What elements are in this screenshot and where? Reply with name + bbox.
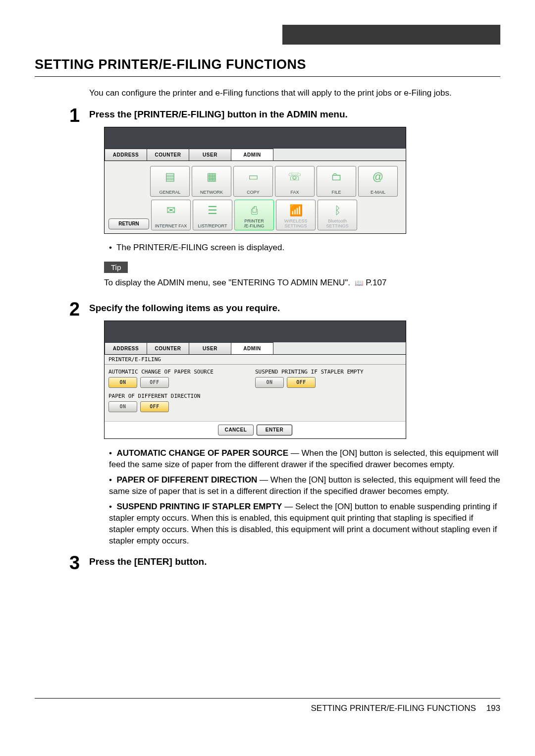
page-number: 193	[486, 703, 500, 713]
step-title: Press the [PRINTER/E-FILING] button in t…	[89, 109, 500, 120]
tab-address[interactable]: ADDRESS	[105, 342, 147, 354]
btn-general[interactable]: ▤GENERAL	[150, 166, 190, 197]
panel-header	[105, 321, 406, 342]
tab-counter[interactable]: COUNTER	[147, 149, 189, 161]
btn-email[interactable]: @E-MAIL	[358, 166, 398, 197]
breadcrumb: PRINTER/E-FILING	[105, 355, 406, 365]
tab-admin[interactable]: ADMIN	[231, 342, 273, 354]
printer-efiling-panel: ADDRESS COUNTER USER ADMIN PRINTER/E-FIL…	[104, 321, 406, 439]
printer-icon: ⎙	[251, 204, 258, 217]
network-icon: ▦	[207, 170, 217, 183]
title-rule	[35, 76, 500, 77]
btn-internet-fax[interactable]: ✉INTERNET FAX	[151, 200, 191, 230]
page-footer: SETTING PRINTER/E-FILING FUNCTIONS 193	[35, 698, 500, 713]
tab-counter[interactable]: COUNTER	[147, 342, 189, 354]
bluetooth-icon: ᛒ	[334, 204, 341, 217]
header-tab-dark	[282, 25, 500, 45]
page-title: SETTING PRINTER/E-FILING FUNCTIONS	[35, 57, 500, 72]
btn-network[interactable]: ▦NETWORK	[192, 166, 231, 197]
btn-fax[interactable]: ☏FAX	[275, 166, 315, 197]
btn-printer-efiling[interactable]: ⎙PRINTER /E-FILING	[234, 200, 274, 230]
desc-diff: • PAPER OF DIFFERENT DIRECTION — When th…	[109, 475, 500, 497]
enter-button[interactable]: ENTER	[257, 425, 292, 435]
label-diff-direction: PAPER OF DIFFERENT DIRECTION	[108, 393, 255, 399]
panel-header	[105, 127, 406, 149]
file-icon: 🗀	[331, 170, 342, 183]
susp-on-button[interactable]: ON	[255, 377, 284, 388]
wireless-icon: 📶	[289, 204, 303, 217]
step-title: Specify the following items as you requi…	[89, 303, 500, 314]
email-icon: @	[373, 170, 383, 183]
step-1: 1 Press the [PRINTER/E-FILING] button in…	[69, 106, 500, 297]
diff-on-button[interactable]: ON	[108, 401, 137, 412]
cancel-button[interactable]: CANCEL	[218, 425, 254, 435]
step-number: 2	[69, 300, 89, 551]
return-button[interactable]: RETURN	[108, 218, 149, 229]
tab-user[interactable]: USER	[189, 149, 231, 161]
copy-icon: ▭	[248, 170, 259, 183]
general-icon: ▤	[165, 170, 175, 183]
desc-susp: • SUSPEND PRINTING IF STAPLER EMPTY — Se…	[109, 501, 500, 547]
tab-address[interactable]: ADDRESS	[105, 149, 147, 161]
list-icon: ☰	[208, 204, 217, 217]
btn-bluetooth[interactable]: ᛒBluetooth SETTINGS	[318, 200, 357, 230]
book-icon: 📖	[355, 279, 363, 287]
auto-on-button[interactable]: ON	[108, 377, 137, 388]
label-auto-change: AUTOMATIC CHANGE OF PAPER SOURCE	[108, 369, 255, 375]
step-3: 3 Press the [ENTER] button.	[69, 553, 500, 574]
btn-copy[interactable]: ▭COPY	[233, 166, 273, 197]
step-2: 2 Specify the following items as you req…	[69, 300, 500, 551]
auto-off-button[interactable]: OFF	[140, 377, 169, 388]
btn-list-report[interactable]: ☰LIST/REPORT	[193, 200, 232, 230]
tab-row: ADDRESS COUNTER USER ADMIN	[105, 342, 406, 355]
step-title: Press the [ENTER] button.	[89, 556, 500, 567]
tab-user[interactable]: USER	[189, 342, 231, 354]
btn-wireless[interactable]: 📶WIRELESS SETTINGS	[276, 200, 316, 230]
admin-menu-panel: ADDRESS COUNTER USER ADMIN ▤GENERAL ▦NET…	[104, 127, 406, 234]
step1-bullet: • The PRINTER/E-FILING screen is display…	[109, 243, 500, 253]
tip-text: To display the ADMIN menu, see "ENTERING…	[104, 278, 500, 288]
susp-off-button[interactable]: OFF	[287, 377, 316, 388]
btn-file[interactable]: 🗀FILE	[317, 166, 356, 197]
tip-label: Tip	[104, 262, 128, 273]
desc-auto: • AUTOMATIC CHANGE OF PAPER SOURCE — Whe…	[109, 448, 500, 471]
tab-admin[interactable]: ADMIN	[231, 149, 273, 161]
ifax-icon: ✉	[166, 204, 175, 217]
label-suspend: SUSPEND PRINTING IF STAPLER EMPTY	[255, 369, 402, 375]
diff-off-button[interactable]: OFF	[140, 401, 169, 412]
fax-icon: ☏	[288, 170, 302, 183]
step-number: 1	[69, 106, 89, 297]
intro-text: You can configure the printer and e-Fili…	[89, 88, 500, 99]
step-number: 3	[69, 553, 89, 574]
tab-row: ADDRESS COUNTER USER ADMIN	[105, 149, 406, 161]
